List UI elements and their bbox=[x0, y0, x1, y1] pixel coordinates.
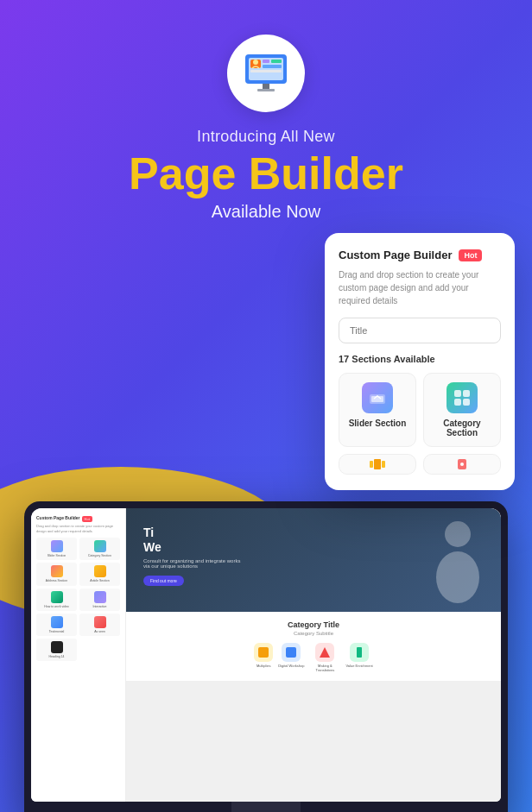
slider-section-label: Slider Section bbox=[349, 419, 407, 428]
svg-point-9 bbox=[253, 60, 258, 65]
monitor-stand-neck bbox=[231, 802, 301, 812]
svg-rect-17 bbox=[371, 396, 383, 402]
popup-header: Custom Page Builder Hot bbox=[339, 249, 501, 261]
screen-grid-item-testimonial: Testimonial bbox=[36, 614, 77, 636]
screen-category-title: Category Title bbox=[136, 620, 491, 629]
svg-rect-5 bbox=[263, 60, 269, 63]
screen-cat-item-2: Digital Workshop bbox=[278, 643, 304, 672]
screen-category-subtitle: Category Subtitle bbox=[136, 631, 491, 636]
svg-rect-15 bbox=[357, 647, 362, 658]
screen-grid-item-article: Article Section bbox=[79, 563, 120, 585]
monitor-frame: Custom Page Builder Hot Drag and drop se… bbox=[24, 501, 508, 812]
hero-intro-text: Introducing All New bbox=[197, 128, 335, 146]
popup-title-input[interactable] bbox=[339, 318, 501, 343]
hero-icon-wrapper bbox=[227, 35, 305, 112]
popup-card: Custom Page Builder Hot Drag and drop se… bbox=[325, 233, 515, 490]
svg-rect-8 bbox=[250, 70, 282, 72]
svg-rect-20 bbox=[454, 399, 461, 406]
slider-section-icon bbox=[362, 382, 393, 413]
screen-grid-item-slider: Slider Section bbox=[36, 538, 77, 560]
category-section-icon bbox=[446, 382, 478, 413]
hero-section: Introducing All New Page Builder Availab… bbox=[0, 0, 532, 812]
svg-rect-13 bbox=[286, 647, 296, 658]
screen-grid-item-heading: Heading 14 bbox=[36, 639, 77, 661]
svg-rect-12 bbox=[258, 647, 269, 658]
svg-rect-19 bbox=[463, 390, 470, 397]
screen-categories-section: Category Title Category Subtitle Multipl… bbox=[126, 612, 501, 681]
screen-cat-item-4: Value Enrichment bbox=[345, 643, 372, 672]
screen-cat-item-1: Multiplies bbox=[254, 643, 273, 672]
svg-rect-24 bbox=[382, 461, 385, 468]
screen-left-panel: Custom Page Builder Hot Drag and drop se… bbox=[31, 508, 126, 802]
screen-main-area: TiWe Consult for organizing and integrat… bbox=[126, 508, 501, 802]
popup-partial-item-2 bbox=[423, 454, 501, 475]
svg-rect-3 bbox=[257, 89, 275, 91]
screen-grid-item-category: Category Section bbox=[79, 538, 120, 560]
monitor-screen: Custom Page Builder Hot Drag and drop se… bbox=[31, 508, 501, 802]
svg-rect-7 bbox=[263, 65, 282, 68]
screen-grid-item-video: How to work video bbox=[36, 589, 77, 611]
svg-rect-2 bbox=[263, 84, 269, 89]
popup-description: Drag and drop section to create your cus… bbox=[339, 268, 501, 307]
svg-point-11 bbox=[436, 551, 479, 603]
screen-hot-badge: Hot bbox=[82, 516, 92, 522]
popup-sections-grid: Slider Section Category Section bbox=[339, 373, 501, 447]
screen-left-title: Custom Page Builder bbox=[36, 515, 80, 520]
svg-point-10 bbox=[445, 521, 471, 547]
screen-hero-text: TiWe Consult for organizing and integrat… bbox=[143, 526, 247, 586]
svg-rect-23 bbox=[370, 461, 373, 468]
screen-grid-item-asseen: As seen bbox=[79, 614, 120, 636]
screen-categories-grid: Multiplies Digital Workshop bbox=[136, 643, 491, 672]
page-builder-icon bbox=[238, 46, 294, 101]
hero-subtitle: Available Now bbox=[212, 202, 320, 222]
svg-rect-22 bbox=[374, 459, 381, 469]
screen-cat-item-3: Making & Translations bbox=[309, 643, 340, 672]
svg-rect-6 bbox=[271, 60, 282, 63]
popup-title: Custom Page Builder bbox=[339, 249, 452, 261]
popup-bottom-row bbox=[339, 454, 501, 475]
screen-hero-button: Find out more bbox=[143, 576, 184, 586]
svg-point-26 bbox=[460, 463, 464, 466]
svg-rect-21 bbox=[463, 399, 470, 406]
hero-title: Page Builder bbox=[129, 149, 403, 198]
screen-grid-item-address: Address Section bbox=[36, 563, 77, 585]
screen-sections-grid: Slider Section Category Section Address … bbox=[36, 538, 120, 661]
popup-sections-label: 17 Sections Available bbox=[339, 354, 501, 364]
popup-section-item-category[interactable]: Category Section bbox=[423, 373, 501, 447]
popup-partial-item-1 bbox=[339, 454, 416, 475]
svg-rect-18 bbox=[454, 390, 461, 397]
screen-grid-item-interactive: Interactive bbox=[79, 589, 120, 611]
screen-left-desc: Drag and drop section to create your cus… bbox=[36, 524, 120, 533]
screen-hero-image: TiWe Consult for organizing and integrat… bbox=[126, 508, 501, 612]
svg-marker-14 bbox=[320, 647, 330, 658]
popup-hot-badge: Hot bbox=[459, 249, 482, 261]
popup-section-item-slider[interactable]: Slider Section bbox=[339, 373, 416, 447]
category-section-label: Category Section bbox=[431, 419, 493, 437]
monitor-wrapper: Custom Page Builder Hot Drag and drop se… bbox=[24, 501, 508, 812]
